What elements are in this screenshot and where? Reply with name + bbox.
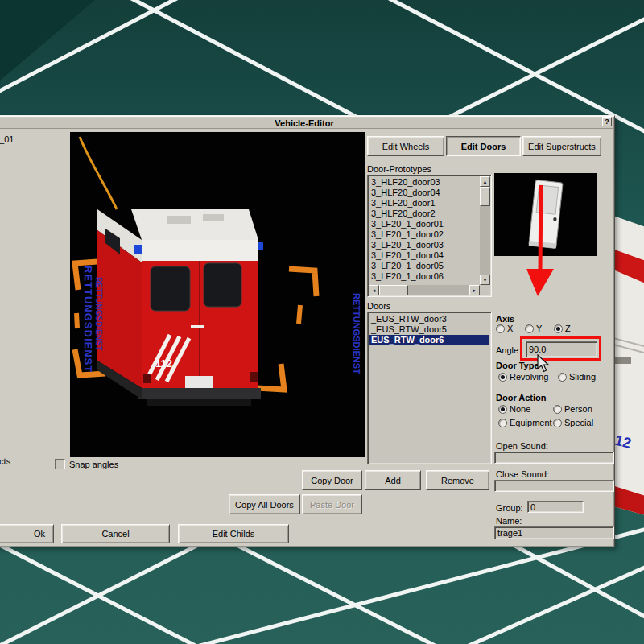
scroll-down-button[interactable]: ▼ xyxy=(480,275,490,285)
scrollbar-thumb[interactable] xyxy=(480,187,490,206)
close-sound-input[interactable] xyxy=(494,480,614,492)
scroll-right-button[interactable]: ► xyxy=(469,285,480,295)
door-type-label: Door Type xyxy=(496,361,539,370)
door-type-sliding-radio[interactable] xyxy=(558,373,567,382)
door-prototype-item[interactable]: 3_LF20_1_door01 xyxy=(369,219,479,229)
name-input[interactable] xyxy=(494,526,614,539)
door-action-none-radio[interactable] xyxy=(498,405,507,414)
door-action-person-radio[interactable] xyxy=(553,405,562,414)
axis-x-radio[interactable] xyxy=(496,324,505,333)
mouse-cursor xyxy=(537,354,551,374)
axis-y-option[interactable]: Y xyxy=(525,324,542,333)
add-button[interactable]: Add xyxy=(365,470,421,490)
door-action-person-label: Person xyxy=(564,404,592,414)
tab-edit-superstructs[interactable]: Edit Superstructs xyxy=(522,136,601,156)
remove-button[interactable]: Remove xyxy=(426,470,489,490)
door-prototypes-label: Door-Prototypes xyxy=(367,164,431,174)
snap-angles-option[interactable]: Snap angles xyxy=(55,459,118,469)
open-sound-label: Open Sound: xyxy=(496,441,548,451)
side-lettering-left2: RETTUNGSDIENST xyxy=(94,277,103,351)
door-prototype-item[interactable]: 3_LF20_1_door06 xyxy=(369,271,479,282)
copy-all-doors-button[interactable]: Copy All Doors xyxy=(229,494,300,514)
axis-z-option[interactable]: Z xyxy=(554,324,571,333)
name-label: Name: xyxy=(496,516,522,526)
vertical-scrollbar[interactable]: ▲ ▼ xyxy=(480,176,490,285)
doors-list[interactable]: _EUS_RTW_door3 _EUS_RTW_door5 EUS_RTW_do… xyxy=(367,312,492,464)
axis-label: Axis xyxy=(496,314,514,324)
door-prototype-item[interactable]: 3_HLF20_door1 xyxy=(369,198,479,208)
copy-door-button[interactable]: Copy Door xyxy=(302,470,362,490)
door-prototype-item[interactable]: 3_LF20_1_door05 xyxy=(369,261,479,271)
door-action-special-option[interactable]: Special xyxy=(553,418,593,427)
horizontal-scrollbar[interactable]: ◄ ► xyxy=(369,285,480,295)
door-action-none-label: None xyxy=(510,404,530,414)
emblem-112: 112 xyxy=(155,357,172,369)
door-type-revolving-radio[interactable] xyxy=(498,373,507,382)
license-plate xyxy=(185,376,213,388)
tab-edit-doors[interactable]: Edit Doors xyxy=(446,136,521,156)
titlebar[interactable]: Vehicle-Editor xyxy=(0,118,613,129)
axis-z-label: Z xyxy=(565,324,571,333)
door-action-equipment-radio[interactable] xyxy=(498,419,507,427)
door-item-selected[interactable]: EUS_RTW_door6 xyxy=(369,335,489,345)
door-item[interactable]: _EUS_RTW_door5 xyxy=(369,324,489,335)
axis-x-option[interactable]: X xyxy=(496,324,513,333)
open-sound-input[interactable] xyxy=(494,452,614,464)
paste-door-button[interactable]: Paste Door xyxy=(302,494,362,514)
ambulance-model: 112 xyxy=(97,209,263,406)
preview-corner-label: 3_01 xyxy=(0,134,14,144)
door-action-special-label: Special xyxy=(564,418,593,427)
snap-angles-label: Snap angles xyxy=(69,460,118,469)
scroll-up-button[interactable]: ▲ xyxy=(480,176,490,187)
close-sound-label: Close Sound: xyxy=(496,469,549,479)
group-label: Group: xyxy=(496,503,523,513)
edit-childs-button[interactable]: Edit Childs xyxy=(178,524,289,543)
cancel-button[interactable]: Cancel xyxy=(61,524,170,543)
side-lettering-left: RETTUNGSDIENST xyxy=(82,266,94,373)
door-type-sliding-option[interactable]: Sliding xyxy=(558,372,596,382)
doors-label: Doors xyxy=(367,301,390,311)
door-action-equipment-option[interactable]: Equipment xyxy=(498,418,552,427)
axis-z-radio[interactable] xyxy=(554,324,563,333)
vehicle-preview-render: 112 RETTUNGSDIENST RETTUNGSDIENST RETTUN… xyxy=(70,132,365,457)
scrollbar-thumb[interactable] xyxy=(379,285,408,295)
ok-button[interactable]: Ok xyxy=(0,524,54,543)
angle-label: Angle: xyxy=(496,345,521,355)
door-prototype-item[interactable]: 3_HLF20_door04 xyxy=(369,188,479,198)
angle-highlight-annotation xyxy=(520,336,601,361)
tab-edit-wheels[interactable]: Edit Wheels xyxy=(367,136,444,156)
side-lettering-right: RETTUNGSDIENST xyxy=(352,293,361,374)
door-prototype-item[interactable]: 3_LF20_1_door04 xyxy=(369,250,479,261)
door-action-label: Door Action xyxy=(496,393,547,402)
axis-y-radio[interactable] xyxy=(525,324,534,333)
help-button[interactable]: ? xyxy=(602,117,612,126)
door-type-sliding-label: Sliding xyxy=(569,372,596,382)
door-prototype-item[interactable]: 3_HLF20_door03 xyxy=(369,177,479,188)
arrow-annotation xyxy=(517,167,565,304)
door-prototype-item[interactable]: 3_LF20_1_door02 xyxy=(369,229,479,240)
door-action-equipment-label: Equipment xyxy=(510,418,552,427)
door-action-none-option[interactable]: None xyxy=(498,404,530,414)
door-prototype-item[interactable]: 3_HLF20_door2 xyxy=(369,208,479,219)
clipped-objects-label: ects xyxy=(0,456,10,466)
window-title: Vehicle-Editor xyxy=(275,118,333,128)
snap-angles-checkbox[interactable] xyxy=(55,459,65,469)
door-prototype-item[interactable]: 3_LF20_1_door03 xyxy=(369,240,479,250)
door-prototypes-list[interactable]: 3_HLF20_door03 3_HLF20_door04 3_HLF20_do… xyxy=(367,175,492,297)
door-action-person-option[interactable]: Person xyxy=(553,404,592,414)
group-input[interactable] xyxy=(527,501,584,513)
axis-y-label: Y xyxy=(536,324,542,333)
door-item[interactable]: _EUS_RTW_door3 xyxy=(369,314,489,324)
axis-x-label: X xyxy=(507,324,513,333)
door-action-special-radio[interactable] xyxy=(553,419,562,427)
vehicle-preview[interactable]: 112 RETTUNGSDIENST RETTUNGSDIENST RETTUN… xyxy=(70,132,365,457)
scroll-left-button[interactable]: ◄ xyxy=(369,285,379,295)
